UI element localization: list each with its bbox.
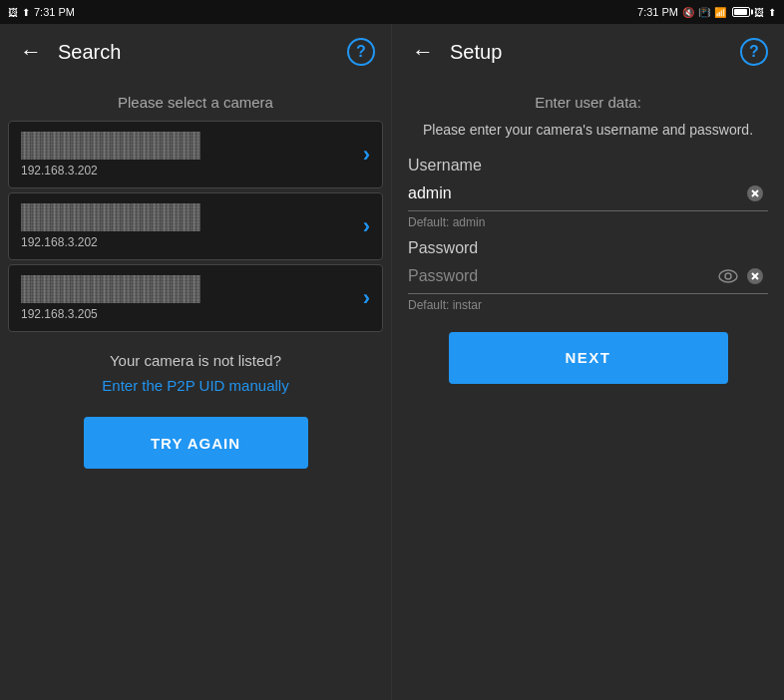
time-right: 7:31 PM <box>637 6 678 18</box>
try-again-button[interactable]: TRY AGAIN <box>84 417 308 469</box>
chevron-right-1: › <box>363 142 370 168</box>
status-bar: 🖼 ⬆ 7:31 PM 7:31 PM 🔇 📳 📶 🖼 ⬆ <box>0 0 784 24</box>
setup-app-bar: ← Setup ? <box>392 24 784 80</box>
not-listed-text: Your camera is not listed? <box>16 352 375 369</box>
mute-icon: 🔇 <box>682 7 694 18</box>
chevron-right-2: › <box>363 213 370 239</box>
username-default: Default: admin <box>408 215 768 229</box>
camera-item-2-content: 192.168.3.202 <box>21 203 353 249</box>
not-listed-section: Your camera is not listed? Enter the P2P… <box>0 332 391 403</box>
enter-user-title: Enter user data: <box>408 80 768 121</box>
svg-point-3 <box>719 270 737 282</box>
instructions-text: Please enter your camera's username and … <box>408 121 768 141</box>
camera-item-1[interactable]: 192.168.3.202 › <box>8 121 383 188</box>
password-label: Password <box>408 239 768 257</box>
camera-item-3-content: 192.168.3.205 <box>21 275 353 321</box>
setup-content: Enter user data: Please enter your camer… <box>392 80 784 700</box>
camera-noise-1 <box>21 132 200 160</box>
image-icon-left: 🖼 <box>8 7 18 18</box>
battery-icon <box>732 7 750 17</box>
camera-item-2[interactable]: 192.168.3.202 › <box>8 192 383 260</box>
camera-ip-3: 192.168.3.205 <box>21 307 353 321</box>
status-bar-right: 7:31 PM 🔇 📳 📶 🖼 ⬆ <box>392 0 784 24</box>
p2p-link[interactable]: Enter the P2P UID manually <box>102 377 288 394</box>
next-button[interactable]: NEXT <box>449 332 728 384</box>
password-input-row <box>408 263 768 294</box>
chevron-right-3: › <box>363 285 370 311</box>
setup-help-button[interactable]: ? <box>740 38 768 66</box>
svg-point-4 <box>725 273 731 279</box>
camera-ip-2: 192.168.3.202 <box>21 235 353 249</box>
image-icon-right: 🖼 <box>754 7 764 18</box>
left-panel: ← Search ? Please select a camera 192.16… <box>0 24 392 700</box>
status-bar-left: 🖼 ⬆ 7:31 PM <box>0 0 392 24</box>
password-input[interactable] <box>408 263 714 289</box>
clear-icon <box>746 184 764 202</box>
camera-ip-1: 192.168.3.202 <box>21 164 353 177</box>
search-help-button[interactable]: ? <box>347 38 375 66</box>
clear-icon-2 <box>746 267 764 285</box>
camera-noise-3 <box>21 275 200 303</box>
right-panel: ← Setup ? Enter user data: Please enter … <box>392 24 784 700</box>
camera-item-1-content: 192.168.3.202 <box>21 132 353 177</box>
search-title: Search <box>58 41 335 64</box>
username-clear-button[interactable] <box>742 182 768 204</box>
camera-list: 192.168.3.202 › 192.168.3.202 › 192.168.… <box>0 121 391 332</box>
eye-icon <box>718 269 738 283</box>
wifi-icon: 📶 <box>714 7 726 18</box>
search-app-bar: ← Search ? <box>0 24 391 80</box>
setup-title: Setup <box>450 41 728 64</box>
password-visibility-button[interactable] <box>714 267 742 285</box>
upload-icon-right: ⬆ <box>768 7 776 18</box>
camera-item-3[interactable]: 192.168.3.205 › <box>8 264 383 332</box>
time-left: 7:31 PM <box>34 6 75 18</box>
username-input[interactable] <box>408 180 742 206</box>
camera-select-title: Please select a camera <box>0 80 391 121</box>
username-input-row <box>408 180 768 211</box>
camera-noise-2 <box>21 203 200 231</box>
vibrate-icon: 📳 <box>698 7 710 18</box>
password-clear-button[interactable] <box>742 265 768 287</box>
username-label: Username <box>408 157 768 175</box>
main-content: ← Search ? Please select a camera 192.16… <box>0 24 784 700</box>
setup-back-button[interactable]: ← <box>408 35 438 69</box>
password-default: Default: instar <box>408 298 768 312</box>
search-back-button[interactable]: ← <box>16 35 46 69</box>
upload-icon-left: ⬆ <box>22 7 30 18</box>
